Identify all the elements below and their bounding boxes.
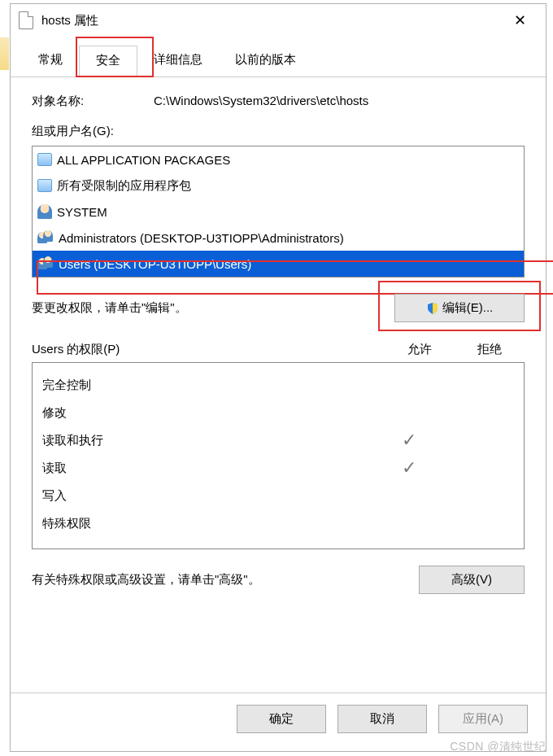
- properties-dialog: hosts 属性 ✕ 常规 安全 详细信息 以前的版本 对象名称: C:\Win…: [10, 3, 546, 752]
- list-item-selected[interactable]: Users (DESKTOP-U3TIOPP\Users): [33, 251, 524, 277]
- tab-label: 常规: [38, 52, 63, 66]
- window-title: hosts 属性: [41, 13, 502, 28]
- package-icon: [37, 179, 52, 192]
- close-button[interactable]: ✕: [502, 6, 538, 35]
- allow-header: 允许: [385, 342, 455, 357]
- list-item-label: ALL APPLICATION PACKAGES: [57, 153, 230, 167]
- file-icon: [19, 11, 33, 29]
- permission-name: 读取和执行: [42, 433, 374, 448]
- advanced-row: 有关特殊权限或高级设置，请单击"高级"。 高级(V): [32, 566, 525, 594]
- user-icon: [37, 204, 52, 219]
- permission-name: 读取: [42, 461, 374, 476]
- allow-cell: ✓: [374, 457, 444, 479]
- object-name-label: 对象名称:: [32, 94, 154, 109]
- list-item[interactable]: 所有受限制的应用程序包: [33, 173, 524, 199]
- permission-row: 修改: [42, 399, 514, 426]
- permission-name: 修改: [42, 405, 374, 421]
- permission-name: 写入: [42, 488, 374, 504]
- permission-row: 读取和执行 ✓: [42, 426, 514, 454]
- edit-hint: 要更改权限，请单击"编辑"。: [32, 300, 394, 316]
- advanced-button-label: 高级(V): [451, 572, 492, 588]
- ok-button[interactable]: 确定: [237, 705, 326, 733]
- permissions-list: 完全控制 修改 读取和执行 ✓ 读取 ✓ 写入: [32, 362, 525, 549]
- object-name-value: C:\Windows\System32\drivers\etc\hosts: [154, 94, 525, 109]
- advanced-hint: 有关特殊权限或高级设置，请单击"高级"。: [32, 572, 419, 588]
- groups-listbox[interactable]: ALL APPLICATION PACKAGES 所有受限制的应用程序包 SYS…: [32, 146, 525, 277]
- tab-previous-versions[interactable]: 以前的版本: [219, 46, 312, 77]
- permissions-header: Users 的权限(P) 允许 拒绝: [32, 342, 525, 357]
- tab-strip: 常规 安全 详细信息 以前的版本: [11, 37, 546, 77]
- shield-icon: [426, 302, 439, 315]
- object-name-row: 对象名称: C:\Windows\System32\drivers\etc\ho…: [32, 94, 525, 109]
- tab-label: 安全: [96, 53, 120, 67]
- permission-name: 完全控制: [42, 378, 374, 393]
- allow-cell: ✓: [374, 430, 444, 451]
- permission-name: 特殊权限: [42, 516, 374, 531]
- watermark: CSDN @清纯世纪: [450, 740, 546, 754]
- titlebar: hosts 属性 ✕: [11, 4, 546, 37]
- tab-label: 详细信息: [154, 52, 202, 66]
- list-item-label: SYSTEM: [57, 205, 107, 219]
- security-panel: 对象名称: C:\Windows\System32\drivers\etc\ho…: [11, 77, 546, 602]
- advanced-button[interactable]: 高级(V): [419, 566, 525, 594]
- background-strip: [0, 37, 9, 70]
- edit-row: 要更改权限，请单击"编辑"。 编辑(E)...: [32, 294, 525, 322]
- users-icon: [37, 256, 54, 271]
- permissions-title: Users 的权限(P): [32, 342, 385, 357]
- users-icon: [37, 230, 54, 245]
- list-item[interactable]: SYSTEM: [33, 199, 524, 225]
- edit-button[interactable]: 编辑(E)...: [394, 294, 525, 322]
- permission-row: 特殊权限: [42, 509, 514, 537]
- edit-button-label: 编辑(E)...: [442, 300, 494, 316]
- list-item-label: Administrators (DESKTOP-U3TIOPP\Administ…: [59, 231, 344, 245]
- tab-label: 以前的版本: [235, 52, 296, 66]
- apply-button[interactable]: 应用(A): [438, 705, 528, 733]
- tab-details[interactable]: 详细信息: [137, 46, 219, 77]
- groups-label: 组或用户名(G):: [32, 124, 525, 139]
- cancel-button-label: 取消: [370, 711, 394, 727]
- tab-security[interactable]: 安全: [79, 46, 137, 77]
- permission-row: 完全控制: [42, 371, 514, 399]
- deny-header: 拒绝: [455, 342, 525, 357]
- permission-row: 写入: [42, 482, 514, 509]
- tab-general[interactable]: 常规: [22, 46, 79, 77]
- list-item-label: Users (DESKTOP-U3TIOPP\Users): [59, 257, 251, 271]
- permission-row: 读取 ✓: [42, 454, 514, 482]
- ok-button-label: 确定: [269, 711, 294, 727]
- list-item[interactable]: Administrators (DESKTOP-U3TIOPP\Administ…: [33, 225, 524, 251]
- list-item-label: 所有受限制的应用程序包: [57, 178, 191, 194]
- cancel-button[interactable]: 取消: [337, 705, 427, 733]
- package-icon: [37, 153, 52, 166]
- apply-button-label: 应用(A): [463, 711, 503, 727]
- list-item[interactable]: ALL APPLICATION PACKAGES: [33, 146, 524, 173]
